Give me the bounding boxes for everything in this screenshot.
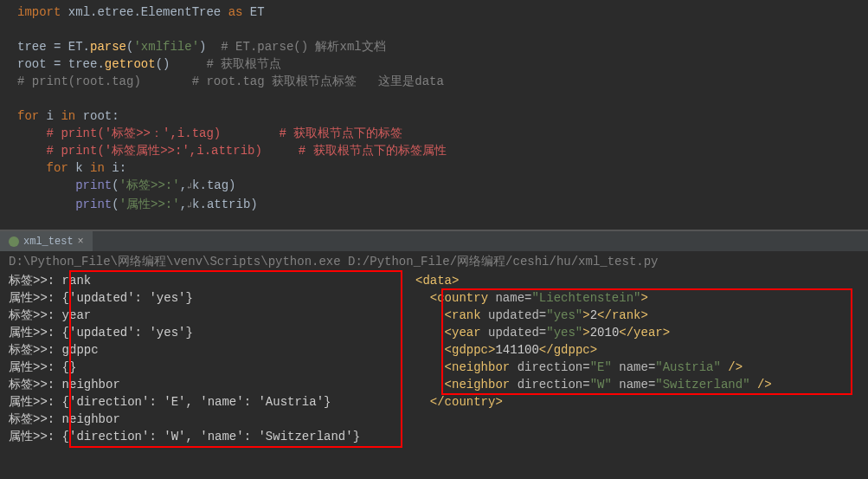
xml-line: </country> (415, 393, 848, 411)
xml-line: <country name="Liechtenstein"> (415, 289, 848, 307)
code-line: root = tree.getroot() # 获取根节点 (0, 55, 868, 73)
console-pane: D:\Python_File\网络编程\venv\Scripts\python.… (0, 251, 868, 479)
code-line: print('属性>>:',↲k.attrib) (0, 196, 868, 215)
code-line: # print('标签属性>>:',i.attrib) # 获取根节点下的标签属… (0, 142, 868, 159)
console-output[interactable]: 标签>>: rank 属性>>: {'updated': 'yes'} 标签>>… (0, 272, 407, 471)
python-icon (9, 236, 19, 247)
console-tab-bar: xml_test × (0, 230, 868, 251)
code-line: for i in root: (0, 107, 868, 125)
output-line: 标签>>: neighbor (9, 411, 398, 428)
code-line: print('标签>>:',↲k.tag) (0, 177, 868, 196)
code-line: tree = ET.parse('xmlfile') # ET.parse() … (0, 38, 868, 55)
xml-preview[interactable]: <data> <country name="Liechtenstein"> <r… (407, 272, 857, 471)
output-line: 标签>>: neighbor (9, 376, 398, 393)
code-line (0, 21, 868, 38)
output-line: 属性>>: {'direction': 'E', 'name': 'Austri… (9, 393, 398, 411)
code-line: # print('标签>>：',i.tag) # 获取根节点下的标签 (0, 125, 868, 142)
code-line: # print(root.tag) # root.tag 获取根节点标签 这里是… (0, 73, 868, 90)
code-editor[interactable]: import xml.etree.ElementTree as ET tree … (0, 0, 868, 230)
code-line: for k in i: (0, 159, 868, 177)
tab-label: xml_test (23, 236, 74, 248)
output-line: 属性>>: {} (9, 359, 398, 376)
console-command: D:\Python_File\网络编程\venv\Scripts\python.… (0, 251, 868, 272)
output-line: 属性>>: {'updated': 'yes'} (9, 289, 398, 307)
output-line: 属性>>: {'updated': 'yes'} (9, 324, 398, 341)
output-line: 属性>>: {'direction': 'W', 'name': 'Switze… (9, 428, 398, 445)
output-line: 标签>>: year (9, 307, 398, 324)
output-line: 标签>>: gdppc (9, 341, 398, 359)
close-icon[interactable]: × (78, 236, 84, 248)
xml-line: <neighbor direction="E" name="Austria" /… (415, 359, 848, 376)
xml-line: <data> (415, 272, 848, 289)
output-line: 标签>>: rank (9, 272, 398, 289)
code-line (0, 90, 868, 107)
code-line: import xml.etree.ElementTree as ET (0, 3, 868, 21)
xml-line: <year updated="yes">2010</year> (415, 324, 848, 341)
tab-xml-test[interactable]: xml_test × (0, 231, 93, 251)
xml-line: <neighbor direction="W" name="Switzerlan… (415, 376, 848, 393)
xml-line: <gdppc>141100</gdppc> (415, 341, 848, 359)
xml-line: <rank updated="yes">2</rank> (415, 307, 848, 324)
